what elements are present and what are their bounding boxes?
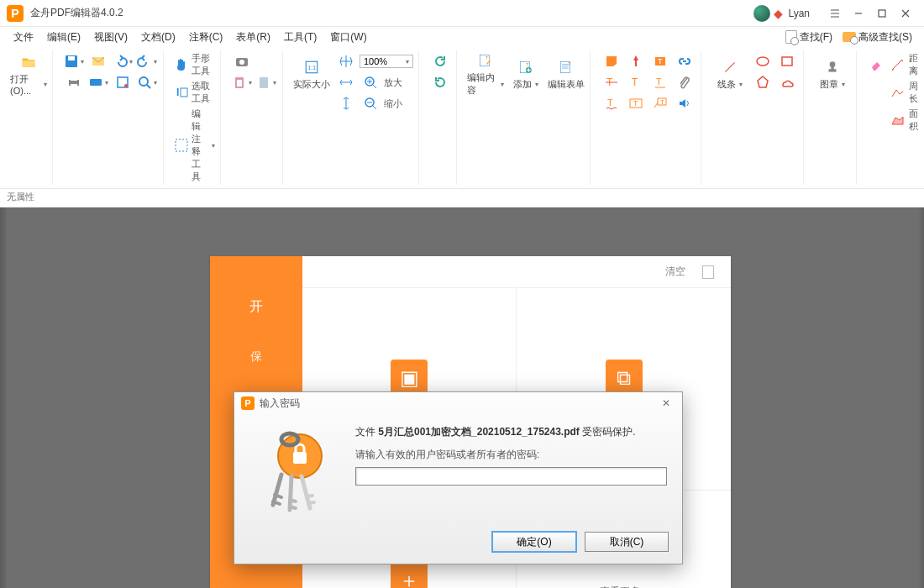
actual-size-button[interactable]: 1:1 实际大小	[293, 52, 330, 97]
menu-file[interactable]: 文件	[7, 29, 40, 46]
link-button[interactable]	[674, 52, 696, 71]
find-text-button[interactable]: ▾	[136, 73, 158, 92]
menu-edit[interactable]: 编辑(E)	[40, 29, 87, 46]
polygon-button[interactable]	[752, 73, 774, 92]
redo-button[interactable]: ▾	[136, 52, 158, 71]
start-topbar: 清空	[302, 256, 731, 288]
rect-button[interactable]	[776, 52, 798, 71]
zoom-out-button[interactable]	[360, 94, 381, 113]
squiggly-button[interactable]: T	[601, 94, 622, 113]
sticky-note-button[interactable]	[601, 52, 622, 71]
property-bar: 无属性	[0, 189, 924, 207]
clip-button[interactable]	[674, 73, 696, 92]
print-button[interactable]	[63, 73, 85, 92]
keys-lock-icon	[249, 424, 342, 517]
lines-button[interactable]: 线条▾	[711, 52, 748, 97]
open-button[interactable]: 打开(O)...▾	[10, 52, 47, 97]
svg-text:1:1: 1:1	[308, 64, 317, 70]
strikeout-button[interactable]: T	[601, 73, 622, 92]
close-button[interactable]	[894, 2, 917, 25]
dialog-close-button[interactable]: ✕	[657, 396, 675, 411]
textbox-button[interactable]: T	[625, 94, 647, 113]
fit-height-button[interactable]	[335, 94, 357, 113]
menu-annot[interactable]: 注释(C)	[182, 29, 230, 46]
hand-tool-button[interactable]	[174, 55, 189, 74]
dialog-prompt: 请输入有效的用户密码或者所有者的密码:	[355, 448, 667, 462]
start-tab-open[interactable]: 开	[249, 298, 263, 316]
edit-form-button[interactable]: T 编辑表单	[548, 52, 585, 97]
dialog-cancel-button[interactable]: 取消(C)	[585, 532, 669, 552]
ellipse-button[interactable]	[752, 52, 774, 71]
edit-content-label: 编辑内容	[467, 71, 497, 97]
rotate-ccw-button[interactable]	[429, 52, 451, 71]
menu-form[interactable]: 表单(R)	[229, 29, 277, 46]
email-button[interactable]	[87, 52, 109, 71]
trash-icon[interactable]	[702, 265, 714, 279]
annot-edit-button[interactable]	[174, 136, 189, 155]
zoom-in-button[interactable]	[360, 73, 381, 92]
camera-button[interactable]	[231, 52, 253, 71]
toolbar-group-stamp: 图章▾	[809, 50, 857, 185]
app-title: 金舟PDF编辑器4.0.2	[30, 6, 123, 20]
lines-label: 线条	[717, 78, 736, 91]
undo-button[interactable]: ▾	[112, 52, 134, 71]
zoom-combo[interactable]: 100%▾	[360, 55, 413, 68]
add-button[interactable]: T 添加▾	[507, 52, 544, 97]
menu-window[interactable]: 窗口(W)	[323, 29, 373, 46]
fit-width-button[interactable]	[335, 73, 357, 92]
clipboard-button[interactable]: ▾	[231, 73, 253, 92]
stamp-label: 图章	[820, 78, 838, 91]
password-input[interactable]	[355, 467, 667, 486]
svg-rect-6	[71, 84, 77, 87]
zoom-value: 100%	[364, 56, 387, 66]
stamp-button[interactable]: 图章▾	[814, 52, 851, 97]
fit-page-button[interactable]	[335, 52, 357, 71]
svg-rect-2	[68, 56, 75, 60]
zoom-out-label: 缩小	[384, 97, 402, 110]
zoom-in-label: 放大	[384, 76, 402, 89]
start-clear-link[interactable]: 清空	[665, 265, 685, 279]
minimize-button[interactable]	[847, 2, 870, 25]
eraser-button[interactable]	[867, 55, 885, 74]
distance-label: 距离	[909, 52, 924, 77]
svg-rect-44	[831, 66, 833, 70]
maximize-button[interactable]	[870, 2, 894, 25]
advanced-find-button[interactable]: 高级查找(S)	[837, 29, 917, 46]
start-tab-save[interactable]: 保	[250, 349, 262, 365]
advanced-find-icon	[843, 32, 856, 42]
hamburger-menu-button[interactable]	[823, 2, 847, 25]
attach-file-button[interactable]	[625, 52, 647, 71]
menu-view[interactable]: 视图(V)	[87, 29, 134, 46]
svg-rect-41	[782, 57, 792, 66]
screenshot-button[interactable]	[112, 73, 134, 92]
svg-rect-5	[71, 77, 77, 81]
rotate-cw-button[interactable]	[429, 73, 451, 92]
highlight-button[interactable]: T	[649, 52, 671, 71]
svg-rect-17	[237, 80, 242, 87]
menu-tools[interactable]: 工具(T)	[277, 29, 323, 46]
edit-content-button[interactable]: T 编辑内容▾	[467, 52, 504, 97]
dialog-filename: 5月汇总001加密文档_20210512_175243.pdf	[378, 426, 579, 438]
clipboard2-button[interactable]: ▾	[255, 73, 277, 92]
cloud-button[interactable]	[776, 73, 798, 92]
distance-button[interactable]	[888, 55, 906, 74]
area-button[interactable]	[888, 111, 906, 129]
scan-button[interactable]: ▾	[87, 73, 109, 92]
user-avatar[interactable]	[753, 5, 770, 22]
svg-point-10	[139, 77, 148, 86]
callout-button[interactable]: T	[649, 94, 671, 113]
select-tool-button[interactable]: I	[174, 83, 189, 102]
annot-edit-label: 编辑注释工具	[192, 108, 207, 183]
dialog-file-suffix: 受密码保护.	[580, 426, 636, 438]
find-button[interactable]: 查找(F)	[780, 29, 837, 46]
user-name[interactable]: Lyan	[788, 8, 810, 19]
app-logo-icon: P	[7, 5, 24, 22]
sound-button[interactable]	[674, 94, 696, 113]
underline-button[interactable]: T	[649, 73, 671, 92]
save-button[interactable]: ▾	[63, 52, 85, 71]
toolbar-group-rotate	[424, 50, 457, 185]
perimeter-button[interactable]	[888, 83, 906, 102]
menu-doc[interactable]: 文档(D)	[134, 29, 182, 46]
dialog-ok-button[interactable]: 确定(O)	[492, 532, 576, 552]
typewriter-button[interactable]: T	[625, 73, 647, 92]
